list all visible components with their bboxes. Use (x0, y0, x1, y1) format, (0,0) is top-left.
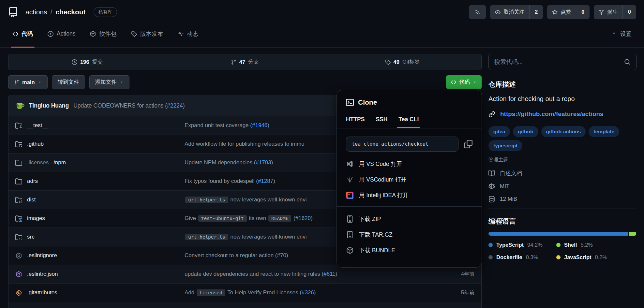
file-age: 4年前 (429, 271, 481, 278)
copy-button[interactable] (464, 140, 472, 148)
topic-github-actions[interactable]: github-actions (541, 126, 586, 137)
lang-name: TypeScript (496, 242, 524, 248)
commit-pr-link[interactable]: #1946 (252, 122, 267, 128)
file-row[interactable]: .gitattributesAdd Licensed To Help Verif… (8, 283, 481, 302)
file-name-link[interactable]: .eslintignore (27, 252, 57, 259)
tab-releases[interactable]: 版本发布 (131, 20, 163, 47)
lang-color-dot (556, 243, 561, 247)
tab-settings[interactable]: 设置 (611, 20, 632, 47)
zip-menu-item[interactable]: 下载 ZIP (346, 211, 472, 227)
topic-typescript[interactable]: typescript (488, 140, 522, 151)
rss-button[interactable] (469, 5, 486, 19)
tab-actions[interactable]: Actions (48, 20, 75, 47)
star-button[interactable]: 点赞 0 (547, 5, 590, 19)
file-name-link[interactable]: src (27, 234, 35, 240)
vscode-menu-item[interactable]: 用 VS Code 打开 (346, 156, 472, 172)
file-name-link[interactable]: dist (27, 197, 36, 203)
link-icon (488, 111, 495, 118)
go-to-file-label: 转到文件 (58, 79, 79, 86)
star-count[interactable]: 0 (576, 5, 590, 19)
website-link[interactable]: https://github.com/features/actions (500, 110, 604, 118)
menu-item-label: 用 VS Code 打开 (359, 160, 402, 168)
commits-count: 196 (80, 59, 89, 65)
license-link[interactable]: MIT (488, 183, 637, 190)
lang-item-typescript: TypeScript94.2% (488, 242, 556, 248)
branches-count: 47 (239, 59, 245, 65)
watch-count[interactable]: 2 (529, 5, 543, 19)
search-button[interactable] (618, 54, 636, 70)
file-name-link[interactable]: /npm (53, 159, 66, 166)
file-name-link[interactable]: adrs (27, 178, 38, 184)
clone-command-input[interactable] (346, 137, 458, 152)
breadcrumb-separator: / (51, 8, 52, 16)
code-download-button[interactable]: 代码 (446, 75, 482, 89)
star-label: 点赞 (561, 9, 571, 16)
file-name-link[interactable]: .eslintrc.json (27, 271, 58, 277)
topic-list: giteagithubgithub-actionstemplatetypescr… (488, 126, 637, 151)
folder-image-icon (15, 215, 22, 222)
commit-pr-link[interactable]: #1703 (256, 159, 271, 166)
file-name-link[interactable]: .github (27, 141, 44, 147)
folder-github-icon (15, 141, 22, 148)
repo-name-link[interactable]: checkout (55, 8, 85, 16)
languages-title: 编程语言 (488, 217, 637, 226)
go-to-file-button[interactable]: 转到文件 (52, 75, 85, 89)
tags-stat[interactable]: 49Git标签 (324, 58, 481, 66)
commit-pr-link[interactable]: #326 (302, 289, 314, 296)
clone-tab-https[interactable]: HTTPS (346, 116, 365, 128)
clone-panel-title: Clone (346, 98, 472, 106)
file-name-link[interactable]: images (27, 215, 45, 222)
folder-code-icon (15, 234, 22, 241)
clone-tab-ssh[interactable]: SSH (376, 116, 387, 128)
readme-link[interactable]: 自述文档 (488, 169, 637, 177)
branches-stat[interactable]: 47分支 (166, 58, 323, 66)
file-name-link[interactable]: .gitattributes (27, 289, 57, 296)
unwatch-button[interactable]: 取消关注 2 (490, 5, 543, 19)
file-name-cell: adrs (8, 178, 185, 185)
commit-pr-link[interactable]: #1287 (258, 178, 273, 184)
tab-code[interactable]: 代码 (12, 20, 33, 47)
fork-button[interactable]: 派生 0 (594, 5, 636, 19)
idea-menu-item[interactable]: IJ用 Intellij IDEA 打开 (346, 187, 472, 203)
author-avatar[interactable] (15, 101, 24, 110)
vscodium-menu-item[interactable]: 用 VSCodium 打开 (346, 172, 472, 187)
commit-pr-link[interactable]: #1620 (295, 215, 311, 221)
commit-message-text: ) (273, 178, 275, 184)
private-badge: 私有库 (94, 7, 117, 17)
search-input[interactable] (489, 54, 618, 70)
play-circle-icon (48, 31, 53, 37)
clone-tab-tea-cli[interactable]: Tea CLI (398, 116, 419, 128)
file-name-cell: dist (8, 197, 185, 203)
tab-activity[interactable]: 动态 (178, 20, 198, 47)
folder-test-icon (15, 122, 22, 129)
fork-count[interactable]: 0 (622, 5, 636, 19)
eslint-purple-icon (15, 271, 22, 278)
breadcrumb: actions / checkout 私有库 (25, 7, 117, 17)
tab-packages[interactable]: 软件包 (90, 20, 116, 47)
commit-pr-link[interactable]: #70 (277, 252, 286, 258)
code-chip: README (268, 215, 291, 222)
menu-item-label: 下载 ZIP (359, 215, 381, 223)
topic-template[interactable]: template (589, 126, 619, 137)
language-legend: TypeScript94.2%Shell5.2%Dockerfile0.3%Ja… (488, 242, 637, 260)
code-chip: url-helper.ts (185, 197, 228, 203)
file-name-link[interactable]: __test__ (27, 122, 48, 129)
add-file-button[interactable]: 添加文件 (89, 75, 129, 89)
cube-menu-item[interactable]: 下载 BUNDLE (346, 242, 472, 258)
branch-name: main (22, 79, 35, 85)
repo-page: actions / checkout 私有库 取消关注 2 点赞 0 派生 0 … (0, 0, 644, 308)
topic-github[interactable]: github (513, 126, 538, 137)
commits-stat[interactable]: 196提交 (8, 58, 166, 66)
commit-author-link[interactable]: Tingluo Huang (29, 102, 69, 109)
owner-link[interactable]: actions (25, 8, 47, 16)
commit-message-text: its own (247, 215, 268, 221)
zip-menu-item[interactable]: 下载 TAR.GZ (346, 227, 472, 242)
commit-pr-link[interactable]: #611 (323, 271, 336, 277)
topic-gitea[interactable]: gitea (488, 126, 510, 137)
commit-pr-link[interactable]: #2224 (167, 102, 183, 109)
license-label: MIT (500, 183, 509, 190)
size-label: 12 MiB (500, 196, 517, 202)
manage-topics-link[interactable]: 管理主题 (488, 157, 508, 163)
file-row[interactable] (8, 302, 481, 308)
branch-selector[interactable]: main (8, 75, 48, 89)
